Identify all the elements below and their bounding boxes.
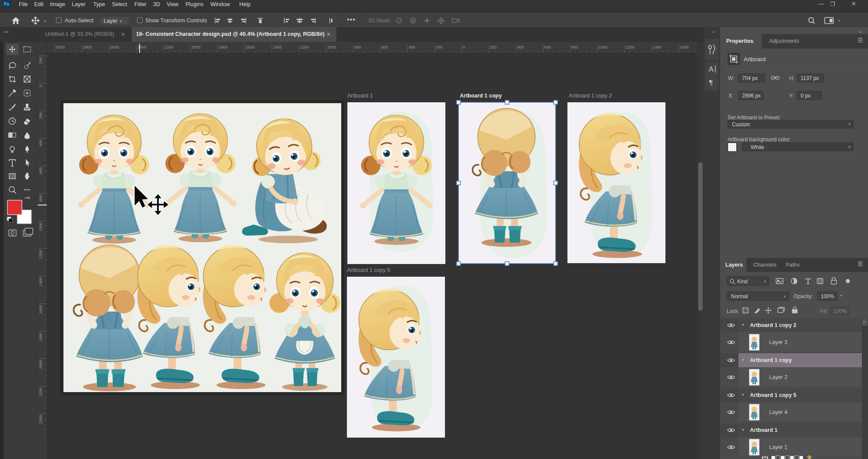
svg-text:A: A (709, 66, 714, 73)
svg-text:Artboard 1: Artboard 1 (347, 93, 373, 99)
svg-text:¶: ¶ (709, 78, 713, 87)
svg-text:Artboard 1 copy: Artboard 1 copy (460, 93, 502, 99)
svg-text:Artboard 1 copy 5: Artboard 1 copy 5 (347, 267, 390, 273)
svg-text:Artboard 1 copy 2: Artboard 1 copy 2 (569, 93, 612, 99)
